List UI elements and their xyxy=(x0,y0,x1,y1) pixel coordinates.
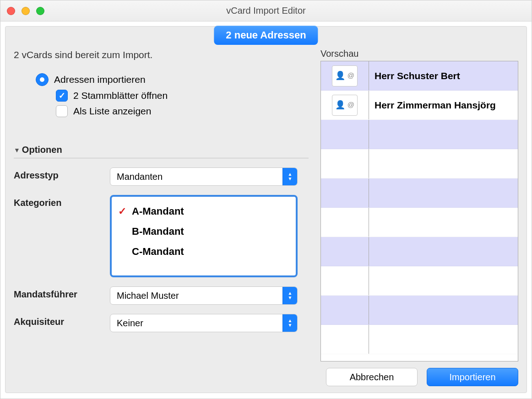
preview-table: 👤@ Herr Schuster Bert 👤@ Herr xyxy=(320,61,518,361)
kategorie-item-label: A-Mandant xyxy=(132,205,184,217)
stepper-icon: ▲▼ xyxy=(282,168,297,185)
mandatsfuehrer-select[interactable]: Michael Muster ▲▼ xyxy=(110,286,298,305)
mandatsfuehrer-label: Mandatsführer xyxy=(14,286,110,300)
app-window: vCard Import Editor 2 neue Adressen 2 vC… xyxy=(0,0,532,399)
adresstyp-select[interactable]: Mandanten ▲▼ xyxy=(110,167,298,186)
kategorie-item-label: B-Mandant xyxy=(132,226,184,237)
preview-name: Herr Schuster Bert xyxy=(369,61,518,90)
left-column: 2 vCards sind bereit zum Import. Adresse… xyxy=(11,30,313,386)
checkbox-show-as-list[interactable]: Als Liste anzeigen xyxy=(56,105,309,117)
options-heading: Optionen xyxy=(22,145,62,155)
new-addresses-banner: 2 neue Adressen xyxy=(214,26,318,45)
import-button[interactable]: Importieren xyxy=(427,368,518,386)
titlebar: vCard Import Editor xyxy=(0,0,532,22)
kategorien-label: Kategorien xyxy=(14,195,110,208)
kategorien-listbox[interactable]: ✓ A-Mandant B-Mandant xyxy=(110,195,298,277)
preview-row-empty xyxy=(321,149,518,178)
preview-row[interactable]: 👤@ Herr Schuster Bert xyxy=(321,61,518,91)
preview-name: Herr Zimmerman Hansjörg xyxy=(369,91,518,119)
check-icon: ✓ xyxy=(118,205,132,217)
preview-row-empty xyxy=(321,266,518,296)
preview-row-empty xyxy=(321,237,518,266)
radio-import-addresses[interactable]: Adressen importieren xyxy=(36,73,309,86)
disclosure-triangle-icon: ▼ xyxy=(14,146,20,154)
checkbox-icon xyxy=(56,105,68,117)
akquisiteur-select[interactable]: Keiner ▲▼ xyxy=(110,314,298,332)
window-title: vCard Import Editor xyxy=(0,5,532,16)
contact-card-icon: 👤@ xyxy=(332,95,358,116)
radio-icon xyxy=(36,73,49,86)
preview-label: Vorschau xyxy=(320,49,518,59)
status-text: 2 vCards sind bereit zum Import. xyxy=(14,49,309,60)
preview-row-empty xyxy=(321,120,518,149)
right-column: Vorschau 👤@ Herr Schuster Bert xyxy=(313,30,521,386)
dialog-buttons: Abbrechen Importieren xyxy=(320,368,518,386)
stepper-icon: ▲▼ xyxy=(282,287,297,304)
preview-icon-cell: 👤@ xyxy=(321,91,369,119)
preview-row-empty xyxy=(321,208,518,237)
preview-row[interactable]: 👤@ Herr Zimmerman Hansjörg xyxy=(321,91,518,120)
kategorie-item-c[interactable]: C-Mandant xyxy=(115,242,292,262)
radio-import-label: Adressen importieren xyxy=(54,74,146,85)
options-heading-row[interactable]: ▼ Optionen xyxy=(14,145,309,155)
checkbox-icon: ✓ xyxy=(56,90,68,102)
cancel-button[interactable]: Abbrechen xyxy=(326,368,418,386)
checkbox-list-label: Als Liste anzeigen xyxy=(73,106,151,117)
kategorie-item-b[interactable]: B-Mandant xyxy=(115,221,292,242)
inner-panel: 2 neue Adressen 2 vCards sind bereit zum… xyxy=(5,26,527,393)
contact-card-icon: 👤@ xyxy=(332,65,358,86)
akquisiteur-value: Keiner xyxy=(117,318,143,329)
preview-row-empty xyxy=(321,325,518,354)
akquisiteur-label: Akquisiteur xyxy=(14,314,110,327)
checkbox-stamm-label: 2 Stammblätter öffnen xyxy=(73,90,168,101)
preview-row-empty xyxy=(321,178,518,208)
stepper-icon: ▲▼ xyxy=(282,314,297,332)
mandatsfuehrer-value: Michael Muster xyxy=(117,291,179,301)
preview-row-empty xyxy=(321,296,518,325)
adresstyp-label: Adresstyp xyxy=(14,167,110,181)
kategorie-item-a[interactable]: ✓ A-Mandant xyxy=(115,201,292,221)
options-divider xyxy=(14,158,309,158)
preview-icon-cell: 👤@ xyxy=(321,61,369,90)
kategorie-item-label: C-Mandant xyxy=(132,246,184,258)
checkbox-open-stammblaetter[interactable]: ✓ 2 Stammblätter öffnen xyxy=(56,90,309,102)
adresstyp-value: Mandanten xyxy=(117,172,163,182)
content-area: 2 neue Adressen 2 vCards sind bereit zum… xyxy=(0,22,532,399)
